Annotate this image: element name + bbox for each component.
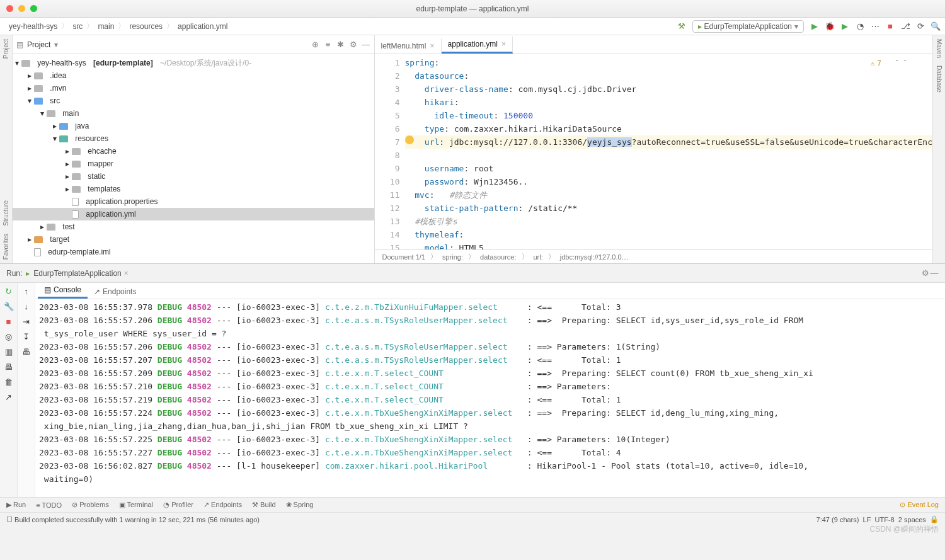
run-icon[interactable]: ▶ (810, 22, 819, 31)
tree-idea[interactable]: ▸ .idea (13, 69, 374, 82)
tree-app-props[interactable]: application.properties (13, 195, 374, 208)
indent[interactable]: 2 spaces (898, 516, 926, 523)
print-icon[interactable]: 🖶 (22, 347, 31, 356)
scroll-icon[interactable]: ↧ (22, 332, 31, 341)
tool-maven[interactable]: Maven (936, 35, 942, 62)
stop-icon[interactable]: ■ (886, 22, 895, 31)
collapse-icon[interactable]: ✱ (336, 40, 345, 49)
navigation-bar: yey-health-sys〉 src〉 main〉 resources〉 ap… (0, 18, 945, 35)
camera-icon[interactable]: ◎ (4, 332, 13, 341)
tree-src[interactable]: ▾ src (13, 94, 374, 107)
print-icon[interactable]: 🖶 (4, 362, 13, 371)
window-title: edurp-template — application.yml (0, 4, 945, 13)
tree-root[interactable]: ▾ yey-health-sys [edurp-template] ~/Desk… (13, 57, 374, 69)
close-icon[interactable]: × (124, 269, 129, 278)
hide-icon[interactable]: — (362, 40, 370, 49)
tree-ehcache[interactable]: ▸ ehcache (13, 145, 374, 157)
rerun-icon[interactable]: ↻ (4, 287, 13, 295)
tool-terminal[interactable]: ▣ Terminal (119, 501, 153, 509)
tree-resources[interactable]: ▾ resources (13, 132, 374, 145)
tree-mapper[interactable]: ▸ mapper (13, 157, 374, 170)
tree-app-yml[interactable]: application.yml (13, 208, 374, 220)
locate-icon[interactable]: ⊕ (311, 40, 320, 49)
tree-templates[interactable]: ▸ templates (13, 183, 374, 195)
event-log[interactable]: ⊙ Event Log (900, 501, 939, 509)
console-output[interactable]: 2023-03-08 16:55:37.978 DEBUG 48502 --- … (35, 299, 945, 497)
tool-database[interactable]: Database (936, 62, 942, 96)
caret-pos[interactable]: 7:47 (9 chars) (816, 516, 859, 523)
expand-icon[interactable]: ≡ (324, 40, 333, 49)
tool-endpoints-bottom[interactable]: ↗ Endpoints (203, 501, 242, 509)
run-toolbar-secondary: ↑ ↓ ⇥ ↧ 🖶 (18, 283, 35, 497)
tab-console[interactable]: ▤ Console (38, 283, 88, 299)
crumb-resources[interactable]: resources (125, 22, 166, 31)
status-message: Build completed successfully with 1 warn… (14, 516, 260, 523)
tools-icon[interactable]: 🔧 (4, 302, 13, 311)
bulb-icon[interactable] (405, 135, 414, 144)
git-icon[interactable]: ⎇ (901, 22, 910, 31)
close-icon[interactable]: × (501, 40, 506, 49)
debug-icon[interactable]: 🐞 (825, 22, 834, 31)
profile-icon[interactable]: ◔ (856, 22, 864, 31)
watermark: CSDN @瞬间的禅悟 (869, 524, 939, 535)
tree-main[interactable]: ▾ main (13, 107, 374, 120)
lock-icon[interactable]: 🔒 (930, 515, 939, 523)
tab-leftmenu[interactable]: leftMenu.html× (375, 38, 442, 54)
tab-application-yml[interactable]: application.yml× (442, 37, 513, 54)
run-config-label: EdurpTemplateApplication (704, 22, 792, 31)
tool-run[interactable]: ▶ Run (6, 501, 26, 509)
tool-project[interactable]: Project (3, 35, 9, 62)
crumb-main[interactable]: main (94, 22, 118, 31)
right-gutter: Maven Database (932, 35, 945, 263)
run-config-selector[interactable]: ▸ EdurpTemplateApplication ▾ (692, 20, 804, 33)
hammer-icon[interactable]: ⚒ (677, 22, 686, 31)
gear-icon[interactable]: ⚙ (921, 269, 930, 278)
crumb-src[interactable]: src (69, 22, 86, 31)
delete-icon[interactable]: 🗑 (4, 377, 13, 386)
tool-build[interactable]: ⚒ Build (252, 501, 276, 509)
stop-icon[interactable]: ■ (4, 317, 13, 326)
down-icon[interactable]: ↓ (22, 302, 31, 311)
run-panel-label: Run: (6, 269, 22, 278)
exit-icon[interactable]: ↗ (4, 392, 13, 401)
tool-profiler[interactable]: ◔ Profiler (163, 501, 193, 509)
tool-favorites[interactable]: Favorites (3, 230, 9, 263)
run-panel-header: Run: ▸ EdurpTemplateApplication × ⚙ — (0, 264, 945, 283)
attach-icon[interactable]: ⋯ (871, 22, 879, 31)
project-header: ▤ Project ▾ ⊕ ≡ ✱ ⚙ — (13, 35, 374, 54)
code-editor[interactable]: ⚠ 7 ˆ ˇ 123456789101112131415 spring: da… (375, 54, 933, 249)
editor-tabs: leftMenu.html× application.yml× (375, 35, 933, 54)
search-icon[interactable]: 🔍 (931, 22, 940, 31)
up-icon[interactable]: ↑ (22, 287, 31, 295)
left-gutter: Project Structure Favorites (0, 35, 13, 263)
crumb-project[interactable]: yey-health-sys (5, 22, 61, 31)
status-bar: ☐ Build completed successfully with 1 wa… (0, 512, 945, 526)
inspection-badge[interactable]: ⚠ 7 ˆ ˇ (871, 57, 907, 70)
line-ending[interactable]: LF (863, 516, 871, 523)
wrap-icon[interactable]: ⇥ (22, 317, 31, 326)
tree-test[interactable]: ▸ test (13, 220, 374, 233)
close-icon[interactable]: × (430, 42, 435, 50)
gear-icon[interactable]: ⚙ (349, 40, 358, 49)
encoding[interactable]: UTF-8 (875, 516, 895, 523)
hide-icon[interactable]: — (930, 269, 939, 278)
project-header-label: Project (27, 40, 50, 49)
tree-static[interactable]: ▸ static (13, 170, 374, 183)
tree-java[interactable]: ▸ java (13, 120, 374, 132)
tree-mvn[interactable]: ▸ .mvn (13, 82, 374, 94)
layout-icon[interactable]: ▥ (4, 347, 13, 356)
tab-endpoints[interactable]: ↗ Endpoints (88, 285, 142, 299)
update-icon[interactable]: ⟳ (916, 22, 925, 31)
tool-todo[interactable]: ≡ TODO (36, 501, 62, 509)
crumb-file[interactable]: application.yml (174, 22, 231, 31)
coverage-icon[interactable]: ▶ (840, 22, 849, 31)
tool-problems[interactable]: ⊘ Problems (72, 501, 109, 509)
tree-target[interactable]: ▸ target (13, 233, 374, 246)
tool-structure[interactable]: Structure (3, 197, 9, 230)
window-titlebar: edurp-template — application.yml (0, 0, 945, 18)
run-toolbar-primary: ↻ 🔧 ■ ◎ ▥ 🖶 🗑 ↗ (0, 283, 18, 497)
tree-iml[interactable]: edurp-template.iml (13, 246, 374, 258)
run-config-name: EdurpTemplateApplication (33, 269, 121, 278)
tool-spring[interactable]: ❀ Spring (286, 501, 314, 509)
bottom-toolbar: ▶ Run ≡ TODO ⊘ Problems ▣ Terminal ◔ Pro… (0, 497, 945, 512)
